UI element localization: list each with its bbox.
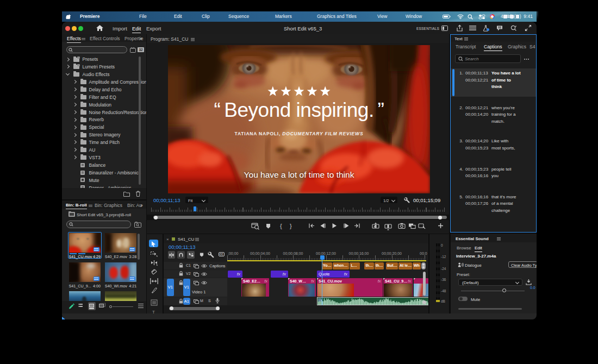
svg-text:{: { (280, 223, 282, 229)
svg-text:}: } (290, 223, 292, 229)
